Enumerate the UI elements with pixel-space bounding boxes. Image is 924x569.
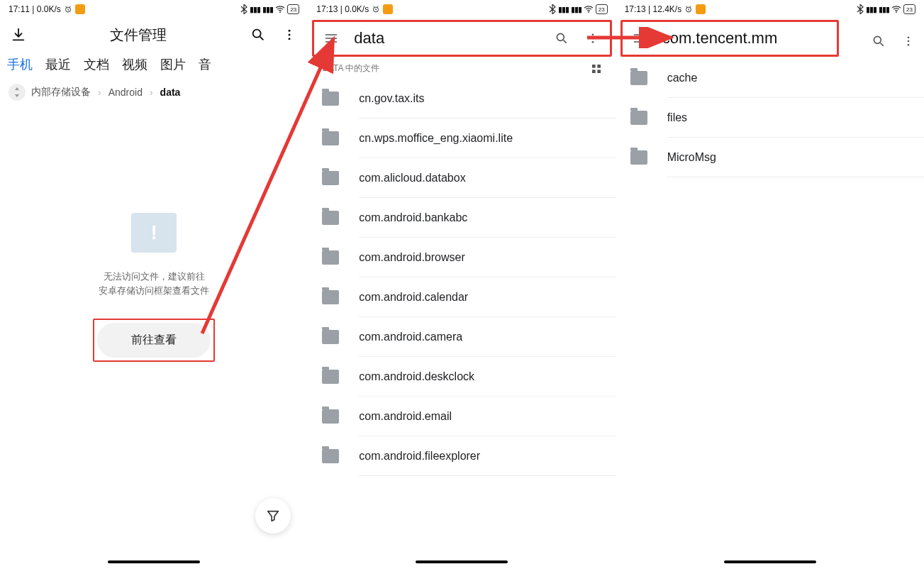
goto-view-button[interactable]: 前往查看 [97,323,211,358]
home-indicator [416,560,508,563]
svg-rect-12 [592,65,596,68]
status-time: 17:11 | 0.0K/s [9,4,61,14]
list-item[interactable]: com.android.deskclock [308,357,616,397]
folder-label: MicroMsg [667,151,716,164]
folder-label: cn.gov.tax.its [359,92,424,105]
empty-text-line: 安卓存储访问框架查看文件 [99,284,209,298]
folder-icon [322,290,339,304]
home-indicator [108,560,200,563]
list-item[interactable]: com.android.browser [308,238,616,277]
download-icon[interactable] [10,26,27,43]
folder-icon [322,131,339,145]
svg-point-17 [896,11,897,13]
more-icon[interactable] [281,26,298,43]
more-icon[interactable] [584,30,601,47]
hamburger-icon[interactable] [631,30,648,47]
list-item[interactable]: MicroMsg [616,138,924,177]
page-title: 文件管理 [41,26,235,45]
signal-icon-2: ▮▮▮ [879,5,889,14]
list-item[interactable]: com.android.email [308,397,616,436]
highlight-frame: 前往查看 [93,319,215,362]
breadcrumb-item[interactable]: Android [108,87,143,98]
screen-file-manager: 17:11 | 0.0K/s ▮▮▮ ▮▮▮ 23 [0,0,308,569]
list-item[interactable]: com.android.bankabc [308,198,616,238]
folder-label: com.android.fileexplorer [359,450,480,463]
folder-list: cn.gov.tax.itscn.wps.moffice_eng.xiaomi.… [308,79,616,569]
svg-point-7 [588,11,589,13]
search-icon[interactable] [553,30,570,47]
folder-icon [322,330,339,344]
svg-point-9 [591,33,594,35]
more-icon[interactable] [900,33,917,50]
status-bar: 17:11 | 0.0K/s ▮▮▮ ▮▮▮ 23 [0,0,308,18]
list-item[interactable]: com.android.fileexplorer [308,436,616,476]
filter-fab[interactable] [255,498,291,534]
svg-point-18 [874,36,881,43]
tab-recent[interactable]: 最近 [45,56,71,73]
folder-icon [322,211,339,225]
app-badge-icon [75,4,85,14]
search-icon[interactable] [870,33,887,50]
list-item[interactable]: com.android.camera [308,317,616,357]
grid-view-icon[interactable] [591,63,602,74]
list-item[interactable]: com.android.calendar [308,277,616,317]
list-item[interactable]: com.alicloud.databox [308,158,616,198]
app-bar: com.tencent.mm [620,20,839,57]
signal-icon-2: ▮▮▮ [262,5,273,14]
top-bar: 文件管理 [0,18,308,51]
empty-state: ! 无法访问文件，建议前往 安卓存储访问框架查看文件 前往查看 [0,106,308,569]
home-indicator [724,560,816,563]
breadcrumb-item[interactable]: 内部存储设备 [31,86,91,99]
list-item[interactable]: cache [616,58,924,98]
signal-icon: ▮▮▮ [866,5,876,14]
svg-point-11 [591,41,594,43]
chevron-right-icon: › [98,87,101,98]
hamburger-icon[interactable] [323,30,340,47]
folder-label: com.android.browser [359,251,464,264]
list-item[interactable]: files [616,98,924,138]
folder-label: cache [667,72,698,84]
folder-icon [322,449,339,463]
tab-video[interactable]: 视频 [122,56,147,73]
wifi-icon [891,5,901,13]
breadcrumb-toggle-icon[interactable] [9,84,26,101]
app-bar: data [312,20,611,57]
battery-icon: 23 [596,4,608,14]
folder-label: cn.wps.moffice_eng.xiaomi.lite [359,132,513,145]
bluetooth-icon [549,4,556,14]
tab-phone[interactable]: 手机 [7,56,33,73]
folder-label: com.android.deskclock [359,370,474,383]
screen-tencent-folder: 17:13 | 12.4K/s ▮▮▮ ▮▮▮ 23 com.tencent.m… [616,0,924,569]
list-item[interactable]: cn.wps.moffice_eng.xiaomi.lite [308,118,616,158]
status-bar: 17:13 | 12.4K/s ▮▮▮ ▮▮▮ 23 [616,0,924,18]
status-bar: 17:13 | 0.0K/s ▮▮▮ ▮▮▮ 23 [308,0,616,18]
svg-point-2 [253,30,261,38]
svg-rect-13 [597,65,601,68]
svg-point-10 [591,38,594,40]
svg-point-21 [908,44,910,46]
tabs-bar: 手机 最近 文档 视频 图片 音 [0,51,308,78]
tab-image[interactable]: 图片 [160,56,186,73]
signal-icon: ▮▮▮ [250,5,260,14]
app-badge-icon [696,4,706,14]
svg-point-5 [289,38,291,40]
section-header: DATA 中的文件 [308,58,616,79]
breadcrumb: 内部存储设备 › Android › data [0,78,308,106]
folder-icon [322,171,339,185]
search-icon[interactable] [250,26,267,43]
folder-icon [322,409,339,424]
alarm-icon [684,5,693,13]
alarm-icon [64,5,72,13]
wifi-icon [584,5,594,13]
battery-icon: 23 [903,4,915,14]
list-item[interactable]: cn.gov.tax.its [308,79,616,118]
svg-point-3 [289,30,291,32]
app-bar-title: com.tencent.mm [662,29,828,48]
breadcrumb-item-current: data [160,87,181,98]
folder-icon [322,92,339,106]
tab-docs[interactable]: 文档 [84,56,109,73]
folder-label: com.android.bankabc [359,211,467,224]
svg-rect-14 [592,70,596,73]
tab-audio[interactable]: 音 [199,56,211,73]
status-time: 17:13 | 0.0K/s [316,4,369,14]
